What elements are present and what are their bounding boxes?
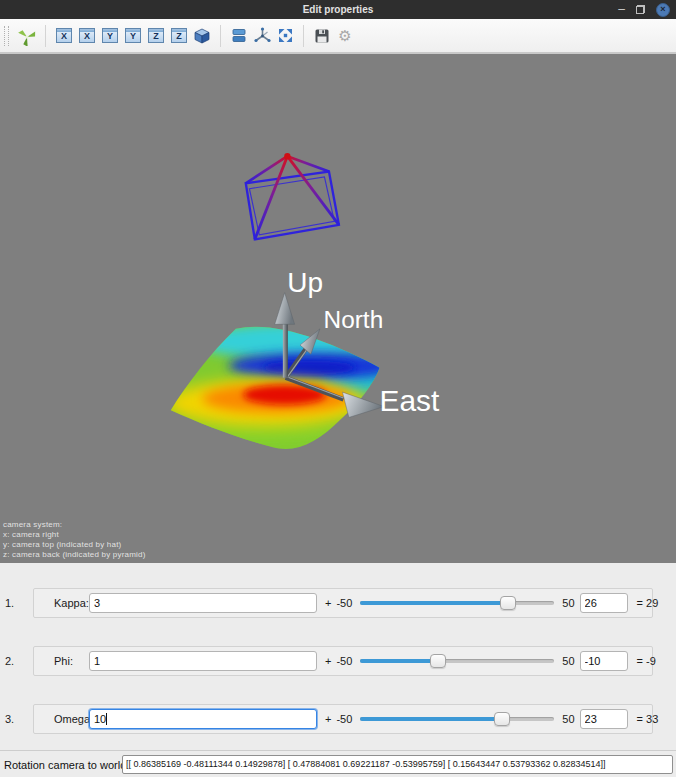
statusbar: Rotation camera to world: [[ 0.86385169 … (0, 750, 676, 777)
slider-fill (360, 717, 502, 721)
perspective-view-button[interactable] (192, 23, 212, 49)
view-z2-label: Z (176, 31, 182, 42)
slider-handle[interactable] (500, 596, 516, 610)
view-z2-icon: Z (171, 28, 187, 43)
phi-row: 2. Phi: + -50 50 = -9 (0, 646, 676, 678)
east-axis-label: East (380, 384, 440, 417)
camera-legend-line: x: camera right (3, 530, 146, 540)
kappa-range-max: 50 (562, 597, 574, 609)
close-button[interactable]: × (656, 3, 670, 17)
north-axis-label: North (324, 306, 384, 333)
view-plus-x-button[interactable]: X (54, 23, 74, 49)
kappa-value-wrap (580, 593, 628, 613)
phi-slider[interactable] (360, 653, 554, 669)
omega-label: Omega: (54, 713, 89, 725)
cube-icon (193, 27, 211, 45)
titlebar[interactable]: Edit properties – × (0, 0, 676, 19)
omega-range-max: 50 (562, 713, 574, 725)
slider-handle[interactable] (494, 712, 510, 726)
kappa-slider[interactable] (360, 595, 554, 611)
view-minus-z-button[interactable]: Z (169, 23, 189, 49)
view-x-icon: X (56, 28, 72, 43)
window-title: Edit properties (0, 0, 676, 19)
rotation-matrix-label: Rotation camera to world: (4, 759, 129, 771)
up-axis-label: Up (287, 267, 323, 298)
phi-offset-input[interactable] (89, 651, 317, 671)
view-z-icon: Z (148, 28, 164, 43)
minimize-button[interactable]: – (618, 0, 625, 19)
plus-sign: + (325, 597, 331, 609)
phi-value-input[interactable] (580, 651, 628, 671)
row-number: 2. (5, 655, 14, 667)
omega-offset-wrap (89, 709, 317, 729)
save-button[interactable] (312, 23, 332, 49)
east-arrow-cone (343, 392, 385, 417)
kappa-value-input[interactable] (580, 593, 628, 613)
phi-group: Phi: + -50 50 = -9 (33, 646, 653, 676)
row-number: 3. (5, 713, 14, 725)
row-number: 1. (5, 597, 14, 609)
toolbar-separator (303, 25, 304, 47)
slider-handle[interactable] (430, 654, 446, 668)
origin-axes-button[interactable] (252, 23, 272, 49)
text-cursor (106, 713, 107, 725)
plus-sign: + (325, 713, 331, 725)
view-y-icon: Y (102, 28, 118, 43)
axes-triad-icon (17, 26, 37, 46)
edit-properties-window: Edit properties – × X X (0, 0, 676, 777)
plus-sign: + (325, 655, 331, 667)
phi-value-wrap (580, 651, 628, 671)
pose-triad-button[interactable] (17, 23, 37, 49)
slider-fill (360, 601, 507, 605)
toolbar-separator (220, 25, 221, 47)
omega-range-min: -50 (336, 713, 352, 725)
up-arrow-shaft (283, 323, 288, 377)
kappa-result: = 29 (637, 597, 659, 609)
phi-range-min: -50 (336, 655, 352, 667)
omega-group: Omega: + -50 50 = 33 (33, 704, 653, 734)
phi-result: = -9 (637, 655, 656, 667)
view-plus-y-button[interactable]: Y (100, 23, 120, 49)
camera-legend-line: y: camera top (indicated by hat) (3, 540, 146, 550)
omega-value-input[interactable] (580, 709, 628, 729)
camera-legend-line: z: camera back (indicated by pyramid) (3, 550, 146, 560)
omega-value-wrap (580, 709, 628, 729)
view-plus-z-button[interactable]: Z (146, 23, 166, 49)
3d-viewport[interactable]: Up North East camera system: x: camera r… (0, 54, 676, 563)
kappa-row: 1. Kappa: + -50 50 = 29 (0, 588, 676, 620)
view-x-label: X (61, 31, 67, 42)
view-y-label: Y (107, 31, 113, 42)
kappa-range-min: -50 (336, 597, 352, 609)
camera-pyramid (246, 153, 339, 239)
omega-result: = 33 (637, 713, 659, 725)
kappa-group: Kappa: + -50 50 = 29 (33, 588, 653, 618)
restore-icon[interactable] (636, 5, 645, 14)
kappa-offset-input[interactable] (89, 593, 317, 613)
view-y2-label: Y (130, 31, 136, 42)
origin-axes-icon (254, 27, 271, 44)
fit-view-icon (277, 27, 294, 44)
view-z-label: Z (153, 31, 159, 42)
fit-view-button[interactable] (275, 23, 295, 49)
layers-button[interactable] (229, 23, 249, 49)
toolbar: X X Y Y Z Z (0, 19, 676, 54)
layers-icon (231, 27, 247, 44)
omega-slider[interactable] (360, 711, 554, 727)
toolbar-separator (45, 25, 46, 47)
view-minus-x-button[interactable]: X (77, 23, 97, 49)
settings-button[interactable]: ⚙ (335, 23, 355, 49)
rotation-matrix-field[interactable]: [[ 0.86385169 -0.48111344 0.14929878] [ … (122, 755, 673, 774)
view-minus-y-button[interactable]: Y (123, 23, 143, 49)
3d-scene[interactable]: Up North East (0, 54, 676, 563)
omega-offset-input[interactable] (89, 709, 317, 729)
camera-legend-line: camera system: (3, 520, 146, 530)
gear-icon: ⚙ (338, 28, 351, 43)
phi-offset-wrap (89, 651, 317, 671)
phi-label: Phi: (54, 655, 89, 667)
window-controls: – × (618, 0, 670, 19)
omega-row: 3. Omega: + -50 50 = 33 (0, 704, 676, 736)
close-icon: × (660, 5, 665, 14)
camera-system-legend: camera system: x: camera right y: camera… (3, 520, 146, 560)
kappa-label: Kappa: (54, 597, 89, 609)
toolbar-drag-handle[interactable] (4, 26, 9, 46)
